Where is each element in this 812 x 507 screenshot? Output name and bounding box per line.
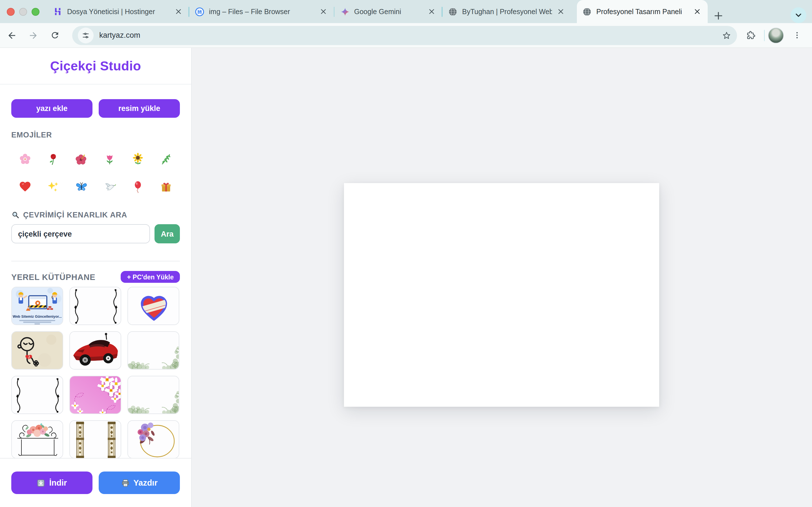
library-item-watercolor-bouquet[interactable] (11, 420, 63, 458)
library-item-gold-columns[interactable] (69, 420, 121, 458)
hostinger-logo-icon (53, 7, 63, 16)
sparkles-emoji[interactable] (40, 175, 68, 198)
rose-emoji[interactable] (40, 148, 68, 170)
download-icon (37, 478, 45, 487)
close-tab-icon[interactable] (556, 7, 565, 16)
emojis-heading: EMOJİLER (11, 131, 180, 139)
browser-window: Dosya Yöneticisi | Hostinger img – F (0, 0, 812, 507)
tab-title: img – Files – File Browser (209, 8, 314, 15)
tab-file-browser[interactable]: img – Files – File Browser (189, 0, 334, 23)
tab-bytughan[interactable]: ByTughan | Profesyonel Web ( (442, 0, 571, 23)
butterfly-emoji[interactable] (67, 175, 96, 198)
page-content: Çiçekçi Studio yazı ekle resim yükle EMO… (0, 48, 812, 507)
download-button[interactable]: İndir (11, 471, 93, 494)
library-item-web-update-banner[interactable]: Web Sitemiz Güncelleniyor... (11, 287, 63, 325)
upload-from-pc-button[interactable]: + PC'den Yükle (121, 271, 180, 283)
dove-emoji[interactable] (96, 175, 124, 198)
tab-title: Dosya Yöneticisi | Hostinger (67, 8, 169, 15)
herb-emoji[interactable] (152, 148, 180, 170)
border-search-heading: ÇEVRİMİÇİ KENARLIK ARA (11, 211, 180, 219)
border-search-input[interactable] (11, 224, 150, 243)
sidebar-scroll-area: Çiçekçi Studio yazı ekle resim yükle EMO… (0, 48, 191, 458)
design-area (192, 48, 812, 507)
app-title: Çiçekçi Studio (50, 58, 141, 73)
bookmark-star-icon[interactable] (721, 31, 731, 40)
design-canvas[interactable] (344, 183, 659, 407)
sidebar-header: Çiçekçi Studio (0, 48, 191, 84)
sunflower-emoji[interactable] (124, 148, 152, 170)
balloon-emoji[interactable] (124, 175, 152, 198)
library-item-green-floral-frame-2[interactable] (128, 376, 179, 414)
gift-emoji[interactable] (152, 175, 180, 198)
globe-icon (448, 7, 458, 16)
library-item-pink-daisies[interactable] (69, 376, 121, 414)
cherry-blossom-emoji[interactable] (11, 148, 40, 170)
tab-google-gemini[interactable]: Google Gemini (335, 0, 442, 23)
toolbar-right (741, 25, 812, 45)
library-item-black-scroll-frame-2[interactable] (11, 376, 63, 414)
forward-button[interactable] (24, 25, 43, 45)
extensions-icon[interactable] (741, 25, 760, 45)
local-library-heading: YEREL KÜTÜPHANE (11, 272, 95, 281)
upload-image-button[interactable]: resim yükle (99, 99, 180, 118)
close-window-button[interactable] (7, 8, 15, 15)
globe-icon (582, 7, 592, 16)
tulip-emoji[interactable] (96, 148, 124, 170)
tab-title: Google Gemini (354, 8, 422, 15)
close-tab-icon[interactable] (693, 7, 702, 16)
profile-avatar[interactable] (768, 27, 784, 43)
zoom-window-button[interactable] (32, 8, 40, 15)
tab-active-tasarim-paneli[interactable]: Profesyonel Tasarım Paneli (576, 0, 707, 23)
close-tab-icon[interactable] (427, 7, 436, 16)
reload-button[interactable] (45, 25, 64, 45)
close-tab-icon[interactable] (319, 7, 328, 16)
tabs: Dosya Yöneticisi | Hostinger img – F (47, 0, 812, 23)
back-button[interactable] (2, 25, 21, 45)
magnifier-icon (11, 211, 20, 219)
library-item-green-floral-frame[interactable] (128, 331, 179, 370)
add-text-button[interactable]: yazı ekle (11, 99, 93, 118)
toolbar-separator (764, 30, 765, 41)
search-button[interactable]: Ara (154, 224, 180, 243)
sidebar-divider (11, 261, 180, 262)
library-item-caption: Web Sitemiz Güncelleniyor... (12, 314, 63, 318)
library-item-black-scroll-frame[interactable] (69, 287, 121, 325)
print-button[interactable]: Yazdır (99, 471, 180, 494)
window-controls (0, 8, 47, 15)
new-tab-button[interactable] (711, 8, 725, 23)
browser-toolbar: kartyaz.com (0, 23, 812, 48)
floppy-disk-icon (195, 7, 204, 16)
site-settings-icon[interactable] (78, 27, 94, 43)
printer-icon (121, 478, 130, 487)
library-grid: Web Sitemiz Güncelleniyor... (11, 287, 180, 458)
library-item-gold-ring-floral[interactable] (128, 420, 179, 458)
browser-menu-icon[interactable] (787, 25, 806, 45)
library-item-red-car[interactable] (69, 331, 121, 370)
tab-search-button[interactable] (791, 7, 806, 23)
library-item-heart-ribbon[interactable] (128, 287, 179, 325)
url-text[interactable]: kartyaz.com (99, 31, 721, 40)
tab-title: Profesyonel Tasarım Paneli (596, 8, 688, 15)
gemini-star-icon (340, 7, 350, 16)
hibiscus-emoji[interactable] (67, 148, 96, 170)
sidebar: Çiçekçi Studio yazı ekle resim yükle EMO… (0, 48, 192, 507)
close-tab-icon[interactable] (174, 7, 183, 16)
red-heart-emoji[interactable] (11, 175, 40, 198)
tab-hostinger[interactable]: Dosya Yöneticisi | Hostinger (47, 0, 188, 23)
tab-title: ByTughan | Profesyonel Web ( (462, 8, 552, 15)
minimize-window-button[interactable] (19, 8, 27, 15)
address-bar[interactable]: kartyaz.com (72, 25, 737, 45)
tab-strip: Dosya Yöneticisi | Hostinger img – F (0, 0, 812, 23)
sidebar-footer: İndir Yazdır (0, 458, 191, 507)
emoji-grid (11, 148, 180, 198)
library-item-sad-figure[interactable] (11, 331, 63, 370)
